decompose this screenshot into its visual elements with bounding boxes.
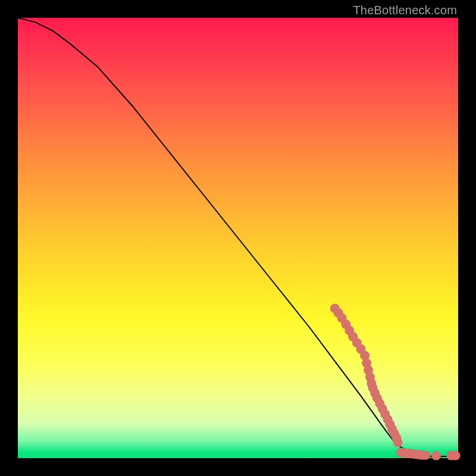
marker-dot	[451, 451, 461, 461]
marker-dot	[393, 437, 403, 447]
marker-dot	[431, 451, 441, 461]
chart-frame: TheBottleneck.com	[0, 0, 476, 476]
curve-line	[18, 18, 458, 456]
marker-dot	[421, 450, 430, 460]
scatter-markers	[330, 303, 461, 460]
attribution-label: TheBottleneck.com	[353, 4, 457, 17]
chart-overlay	[18, 18, 458, 458]
